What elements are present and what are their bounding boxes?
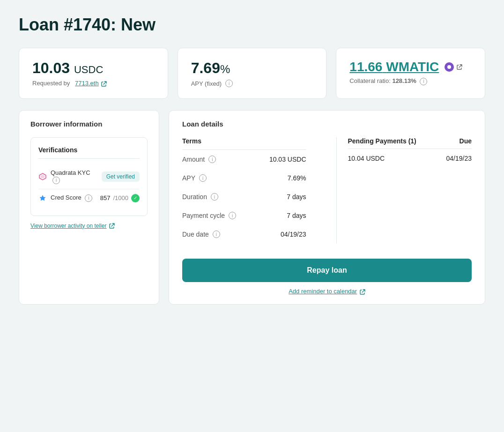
loan-requested-by: Requested by 7713.eth <box>32 80 155 87</box>
pending-due-date: 04/19/23 <box>446 155 472 162</box>
apy-card: 7.69% APY (fixed) i <box>178 48 327 99</box>
quadrata-icon <box>38 172 47 181</box>
bottom-section: Borrower information Verifications Quadr… <box>19 110 485 305</box>
apy-value: 7.69% <box>191 60 313 77</box>
terms-label-duration: Duration i <box>182 193 218 201</box>
add-calendar-link[interactable]: Add reminder to calendar <box>289 288 357 295</box>
terms-section: Terms Amount i 10.03 USDC APY <box>182 137 325 244</box>
collateral-external-icon[interactable] <box>457 64 462 70</box>
calendar-external-icon <box>360 289 365 295</box>
collateral-row: 11.66 WMATIC <box>349 60 472 74</box>
cred-score-label: Cred Score i <box>51 194 96 202</box>
svg-marker-2 <box>40 195 45 201</box>
terms-value-duration: 7 days <box>287 193 306 201</box>
pending-header: Pending Payments (1) Due <box>348 137 472 149</box>
terms-label-due-date: Due date i <box>182 231 220 238</box>
pending-payment-row: 10.04 USDC 04/19/23 <box>348 149 472 168</box>
teller-link-container: View borrower activity on teller <box>30 223 148 229</box>
amount-info-icon[interactable]: i <box>208 156 216 163</box>
cred-score-icon <box>38 194 47 202</box>
loan-details-content: Terms Amount i 10.03 USDC APY <box>182 137 472 244</box>
terms-value-payment-cycle: 7 days <box>287 212 306 219</box>
terms-value-apy: 7.69% <box>288 174 306 182</box>
teller-activity-link[interactable]: View borrower activity on teller <box>30 223 107 229</box>
borrower-info-card: Borrower information Verifications Quadr… <box>19 110 159 305</box>
terms-label-amount: Amount i <box>182 156 216 163</box>
terms-row-apy: APY i 7.69% <box>182 169 306 187</box>
terms-heading: Terms <box>182 137 306 150</box>
pending-amount: 10.04 USDC <box>348 155 385 162</box>
cred-score-value: 857 /1000 ✓ <box>100 194 140 202</box>
cred-score-info-icon[interactable]: i <box>85 194 92 202</box>
terms-label-payment-cycle: Payment cycle i <box>182 212 236 219</box>
terms-row-duration: Duration i 7 days <box>182 187 306 206</box>
wmatic-token-icon <box>445 62 454 72</box>
pending-heading: Pending Payments (1) <box>348 137 416 145</box>
svg-marker-1 <box>41 175 44 179</box>
payment-cycle-info-icon[interactable]: i <box>229 212 236 219</box>
collateral-info-icon[interactable]: i <box>420 78 427 85</box>
apy-terms-info-icon[interactable]: i <box>199 174 207 182</box>
borrower-address-link[interactable]: 7713.eth <box>75 80 99 87</box>
verifications-section: Verifications Quadrata KYC i Get verifie… <box>30 137 148 216</box>
loan-amount-card: 10.03 USDC Requested by 7713.eth <box>19 48 168 99</box>
cred-score-row: Cred Score i 857 /1000 ✓ <box>38 189 140 207</box>
loan-amount-value: 10.03 USDC <box>32 60 155 77</box>
due-date-info-icon[interactable]: i <box>213 231 220 238</box>
terms-label-apy: APY i <box>182 174 207 182</box>
terms-rows: Amount i 10.03 USDC APY i 7.69% <box>182 150 306 244</box>
calendar-link-container: Add reminder to calendar <box>182 288 472 295</box>
pending-payments-section: Pending Payments (1) Due 10.04 USDC 04/1… <box>348 137 472 244</box>
borrower-section-title: Borrower information <box>30 120 148 128</box>
get-verified-button[interactable]: Get verified <box>102 171 140 182</box>
terms-row-amount: Amount i 10.03 USDC <box>182 150 306 169</box>
terms-row-due-date: Due date i 04/19/23 <box>182 225 306 244</box>
collateral-ratio-label: Collateral ratio: 128.13% i <box>349 77 472 85</box>
cred-score-verified-icon: ✓ <box>131 194 140 202</box>
kyc-label: Quadrata KYC i <box>51 169 98 184</box>
terms-value-amount: 10.03 USDC <box>269 156 306 163</box>
top-cards-row: 10.03 USDC Requested by 7713.eth 7.69% A… <box>19 48 485 99</box>
page-title: Loan #1740: New <box>19 15 485 35</box>
kyc-row: Quadrata KYC i Get verified <box>38 164 140 189</box>
terms-divider <box>336 137 337 244</box>
duration-info-icon[interactable]: i <box>211 193 218 201</box>
terms-row-payment-cycle: Payment cycle i 7 days <box>182 206 306 225</box>
collateral-value[interactable]: 11.66 WMATIC <box>349 60 439 74</box>
verifications-heading: Verifications <box>38 146 140 159</box>
apy-info-icon[interactable]: i <box>225 80 233 87</box>
terms-value-due-date: 04/19/23 <box>281 231 306 238</box>
teller-external-icon <box>109 223 115 229</box>
external-link-icon <box>101 81 107 87</box>
apy-label: APY (fixed) i <box>191 80 313 87</box>
collateral-card: 11.66 WMATIC Collateral ratio: 128.13% i <box>336 48 485 99</box>
collateral-icons <box>445 62 462 72</box>
loan-details-card: Loan details Terms Amount i 10.03 USDC <box>169 110 485 305</box>
repay-loan-button[interactable]: Repay loan <box>182 259 472 282</box>
kyc-info-icon[interactable]: i <box>52 177 60 184</box>
loan-details-title: Loan details <box>182 120 472 128</box>
due-heading: Due <box>460 137 472 145</box>
